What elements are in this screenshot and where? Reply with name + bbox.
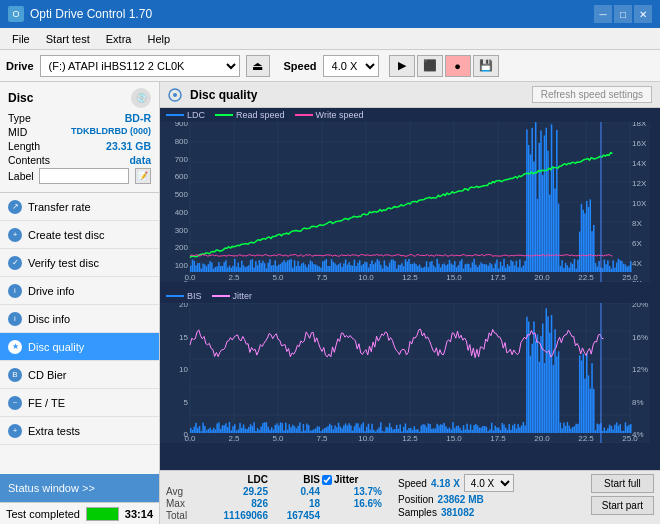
bottom-chart: BIS Jitter (160, 289, 660, 470)
bottom-chart-canvas (160, 303, 650, 443)
top-chart-legend: LDC Read speed Write speed (160, 108, 660, 122)
nav-verify-test-disc[interactable]: ✓ Verify test disc (0, 249, 159, 277)
sidebar-bottom: Status window >> Test completed 33:14 (0, 474, 159, 524)
nav-drive-info[interactable]: i Drive info (0, 277, 159, 305)
titlebar-title: O Opti Drive Control 1.70 (8, 6, 152, 22)
nav-cd-bier[interactable]: B CD Bier (0, 361, 159, 389)
position-value: 23862 MB (438, 494, 484, 505)
ldc-col-header: LDC (208, 474, 268, 485)
max-ldc: 826 (208, 498, 268, 509)
disc-icon: 💿 (131, 88, 151, 108)
bis-legend-color (166, 295, 184, 297)
type-value: BD-R (125, 112, 151, 124)
max-label: Max (166, 498, 206, 509)
maximize-button[interactable]: □ (614, 5, 632, 23)
samples-value: 381082 (441, 507, 474, 518)
transfer-rate-icon: ↗ (8, 200, 22, 214)
top-chart-canvas (160, 122, 650, 282)
create-test-disc-icon: + (8, 228, 22, 242)
speed-value: 4.18 X (431, 478, 460, 489)
nav-create-test-disc[interactable]: + Create test disc (0, 221, 159, 249)
right-panel: Disc quality Refresh speed settings LDC … (160, 82, 660, 524)
speed-select-stats[interactable]: 4.0 X (464, 474, 514, 492)
verify-test-disc-icon: ✓ (8, 256, 22, 270)
disc-quality-icon: ★ (8, 340, 22, 354)
read-speed-legend-color (215, 114, 233, 116)
avg-bis: 0.44 (270, 486, 320, 497)
app-title: Opti Drive Control 1.70 (30, 7, 152, 21)
nav-disc-info[interactable]: i Disc info (0, 305, 159, 333)
nav-items: ↗ Transfer rate + Create test disc ✓ Ver… (0, 193, 159, 474)
close-button[interactable]: ✕ (634, 5, 652, 23)
jitter-legend-color (212, 295, 230, 297)
svg-point-1 (173, 93, 177, 97)
minimize-button[interactable]: ─ (594, 5, 612, 23)
max-bis: 18 (270, 498, 320, 509)
menu-start-test[interactable]: Start test (38, 31, 98, 47)
jitter-legend-label: Jitter (233, 291, 253, 301)
disc-panel: Disc 💿 Type BD-R MID TDKBLDRBD (000) Len… (0, 82, 159, 193)
jitter-col-header: Jitter (334, 474, 358, 485)
menu-help[interactable]: Help (139, 31, 178, 47)
nav-extra-tests[interactable]: + Extra tests (0, 417, 159, 445)
status-window-button[interactable]: Status window >> (0, 474, 159, 502)
nav-fe-te[interactable]: ~ FE / TE (0, 389, 159, 417)
jitter-checkbox[interactable] (322, 475, 332, 485)
disc-info-icon: i (8, 312, 22, 326)
mid-value: TDKBLDRBD (000) (71, 126, 151, 138)
write-speed-legend-color (295, 114, 313, 116)
menubar: File Start test Extra Help (0, 28, 660, 50)
avg-label: Avg (166, 486, 206, 497)
status-text: Test completed (6, 508, 80, 520)
main-content: Disc 💿 Type BD-R MID TDKBLDRBD (000) Len… (0, 82, 660, 524)
progress-bar-fill (87, 508, 118, 520)
position-label: Position (398, 494, 434, 505)
avg-jitter: 13.7% (322, 486, 382, 497)
titlebar-controls: ─ □ ✕ (594, 5, 652, 23)
eject-button[interactable]: ⏏ (246, 55, 270, 77)
speed-label: Speed (398, 478, 427, 489)
record-button[interactable]: ● (445, 55, 471, 77)
status-bar: Test completed 33:14 (0, 502, 159, 524)
label-label: Label (8, 170, 34, 182)
stats-bar: LDC BIS Jitter Avg 29.25 0.44 13.7% Max … (160, 470, 660, 524)
nav-transfer-rate[interactable]: ↗ Transfer rate (0, 193, 159, 221)
max-jitter: 16.6% (322, 498, 382, 509)
length-value: 23.31 GB (106, 140, 151, 152)
drive-select[interactable]: (F:) ATAPI iHBS112 2 CL0K (40, 55, 240, 77)
samples-label: Samples (398, 507, 437, 518)
avg-ldc: 29.25 (208, 486, 268, 497)
top-chart: LDC Read speed Write speed (160, 108, 660, 289)
action-buttons: Start full Start part (591, 474, 654, 515)
menu-file[interactable]: File (4, 31, 38, 47)
menu-extra[interactable]: Extra (98, 31, 140, 47)
type-label: Type (8, 112, 31, 124)
sidebar: Disc 💿 Type BD-R MID TDKBLDRBD (000) Len… (0, 82, 160, 524)
drivebar: Drive (F:) ATAPI iHBS112 2 CL0K ⏏ Speed … (0, 50, 660, 82)
mid-label: MID (8, 126, 27, 138)
drive-label: Drive (6, 60, 34, 72)
disc-label-input[interactable] (39, 168, 129, 184)
write-speed-legend-label: Write speed (316, 110, 364, 120)
stop-button[interactable]: ⬛ (417, 55, 443, 77)
extra-tests-icon: + (8, 424, 22, 438)
titlebar: O Opti Drive Control 1.70 ─ □ ✕ (0, 0, 660, 28)
nav-disc-quality[interactable]: ★ Disc quality (0, 333, 159, 361)
quality-header: Disc quality Refresh speed settings (160, 82, 660, 108)
ldc-legend-label: LDC (187, 110, 205, 120)
refresh-speed-button[interactable]: Refresh speed settings (532, 86, 652, 103)
speed-label: Speed (284, 60, 317, 72)
drive-icon-buttons: ▶ ⬛ ● 💾 (389, 55, 499, 77)
bottom-chart-legend: BIS Jitter (160, 289, 660, 303)
play-button[interactable]: ▶ (389, 55, 415, 77)
drive-info-icon: i (8, 284, 22, 298)
charts-area: LDC Read speed Write speed (160, 108, 660, 470)
disc-label-button[interactable]: 📝 (135, 168, 151, 184)
start-part-button[interactable]: Start part (591, 496, 654, 515)
contents-label: Contents (8, 154, 50, 166)
save-button[interactable]: 💾 (473, 55, 499, 77)
disc-title: Disc (8, 91, 33, 105)
start-full-button[interactable]: Start full (591, 474, 654, 493)
bis-col-header: BIS (270, 474, 320, 485)
speed-select[interactable]: 4.0 X (323, 55, 379, 77)
